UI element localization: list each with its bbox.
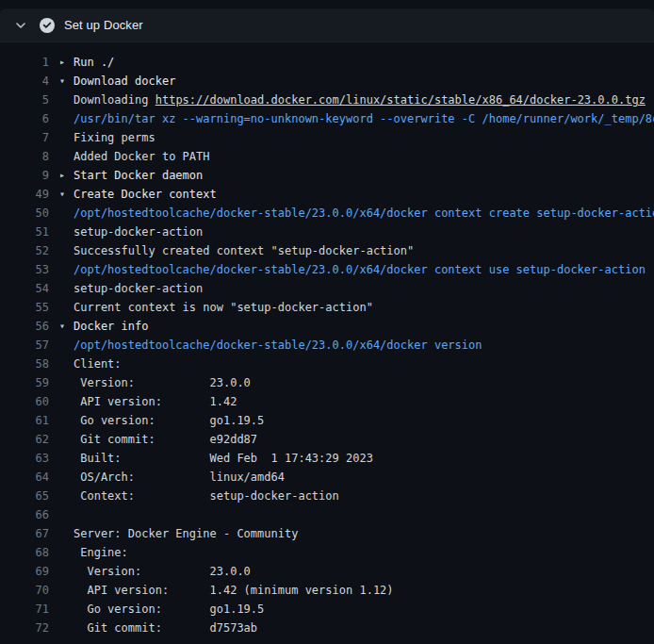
arrow-spacer [59,298,74,317]
arrow-spacer [59,223,74,241]
line-number[interactable]: 49 [0,185,49,204]
log-row: 57/opt/hostedtoolcache/docker-stable/23.… [0,336,654,355]
log-text: Docker info [74,317,654,336]
line-number[interactable]: 60 [0,392,49,411]
line-number[interactable]: 7 [0,128,49,147]
arrow-spacer [59,411,74,430]
log-text: Client: [74,355,654,373]
arrow-spacer [59,241,74,260]
line-number[interactable]: 59 [0,373,49,392]
arrow-spacer [59,505,74,524]
log-group-row[interactable]: 4▾Download docker [0,72,654,91]
log-text: Current context is now "setup-docker-act… [74,298,654,317]
log-row: 61 Go version: go1.19.5 [0,411,654,430]
log-group-row[interactable]: 9▸Start Docker daemon [0,166,654,185]
log-text: Context: setup-docker-action [74,487,654,505]
log-group-row[interactable]: 1▸Run ./ [0,53,654,72]
log-text: OS/Arch: linux/amd64 [74,468,654,487]
line-number[interactable]: 4 [0,72,49,91]
log-text: Added Docker to PATH [74,147,654,166]
line-number[interactable]: 63 [0,449,49,468]
log-row: 54setup-docker-action [0,279,654,298]
arrow-spacer [59,600,74,619]
log-group-row[interactable]: 49▾Create Docker context [0,185,654,204]
chevron-collapsed-icon[interactable]: ▸ [59,166,74,185]
log-row: 70 API version: 1.42 (minimum version 1.… [0,581,654,600]
log-row: 7Fixing perms [0,128,654,147]
log-group-row[interactable]: 56▾Docker info [0,317,654,336]
line-number[interactable]: 1 [0,53,49,72]
log-text: Engine: [74,543,654,562]
line-number[interactable]: 52 [0,241,49,260]
chevron-expanded-icon[interactable]: ▾ [59,72,74,91]
line-number[interactable]: 70 [0,581,49,600]
log-row: 67Server: Docker Engine - Community [0,524,654,543]
line-number[interactable]: 54 [0,279,49,298]
log-text: Git commit: e92dd87 [74,430,654,449]
line-number[interactable]: 50 [0,204,49,223]
chevron-expanded-icon[interactable]: ▾ [59,185,74,204]
chevron-collapsed-icon[interactable]: ▸ [59,53,74,72]
line-number[interactable]: 66 [0,505,49,524]
check-circle-icon [40,18,55,33]
line-number[interactable]: 67 [0,524,49,543]
line-number[interactable]: 5 [0,91,49,109]
log-text: API version: 1.42 (minimum version 1.12) [74,581,654,600]
log-row: 5Downloading https://download.docker.com… [0,91,654,109]
line-number[interactable]: 56 [0,317,49,336]
line-number[interactable]: 55 [0,298,49,317]
log-text: Go version: go1.19.5 [74,411,654,430]
log-text: Version: 23.0.0 [74,562,654,581]
log-text: setup-docker-action [74,223,654,241]
arrow-spacer [59,355,74,373]
line-number[interactable]: 8 [0,147,49,166]
arrow-spacer [59,279,74,298]
line-number[interactable]: 71 [0,600,49,619]
step-header[interactable]: Set up Docker [0,8,654,42]
line-number[interactable]: 65 [0,487,49,505]
log-text: Server: Docker Engine - Community [74,524,654,543]
line-number[interactable]: 51 [0,223,49,241]
log-row: 68 Engine: [0,543,654,562]
line-number[interactable]: 57 [0,336,49,355]
arrow-spacer [59,562,74,581]
line-number[interactable]: 69 [0,562,49,581]
log-text: /opt/hostedtoolcache/docker-stable/23.0.… [74,260,654,279]
line-number[interactable]: 6 [0,109,49,128]
line-number[interactable]: 58 [0,355,49,373]
log-row: 71 Go version: go1.19.5 [0,600,654,619]
log-text: Successfully created context "setup-dock… [74,241,654,260]
log-text: Create Docker context [74,185,654,204]
log-text: Built: Wed Feb 1 17:43:29 2023 [74,449,654,468]
log-row: 59 Version: 23.0.0 [0,373,654,392]
log-lines: 1▸Run ./4▾Download docker5Downloading ht… [0,42,654,637]
arrow-spacer [59,392,74,411]
log-row: 69 Version: 23.0.0 [0,562,654,581]
chevron-expanded-icon[interactable]: ▾ [59,317,74,336]
log-row: 6/usr/bin/tar xz --warning=no-unknown-ke… [0,109,654,128]
line-number[interactable]: 72 [0,619,49,637]
log-text: API version: 1.42 [74,392,654,411]
line-number[interactable]: 68 [0,543,49,562]
log-text: Downloading https://download.docker.com/… [74,91,654,109]
arrow-spacer [59,543,74,562]
log-row: 8Added Docker to PATH [0,147,654,166]
log-row: 53/opt/hostedtoolcache/docker-stable/23.… [0,260,654,279]
log-text: Start Docker daemon [74,166,654,185]
line-number[interactable]: 61 [0,411,49,430]
line-number[interactable]: 53 [0,260,49,279]
arrow-spacer [59,260,74,279]
log-row: 55Current context is now "setup-docker-a… [0,298,654,317]
log-link[interactable]: https://download.docker.com/linux/static… [155,93,646,107]
arrow-spacer [59,487,74,505]
log-row: 66 [0,505,654,524]
line-number[interactable]: 62 [0,430,49,449]
log-text [74,505,654,524]
line-number[interactable]: 9 [0,166,49,185]
arrow-spacer [59,147,74,166]
log-row: 52Successfully created context "setup-do… [0,241,654,260]
log-row: 51setup-docker-action [0,223,654,241]
chevron-down-icon[interactable] [15,20,26,31]
line-number[interactable]: 64 [0,468,49,487]
log-text: setup-docker-action [74,279,654,298]
